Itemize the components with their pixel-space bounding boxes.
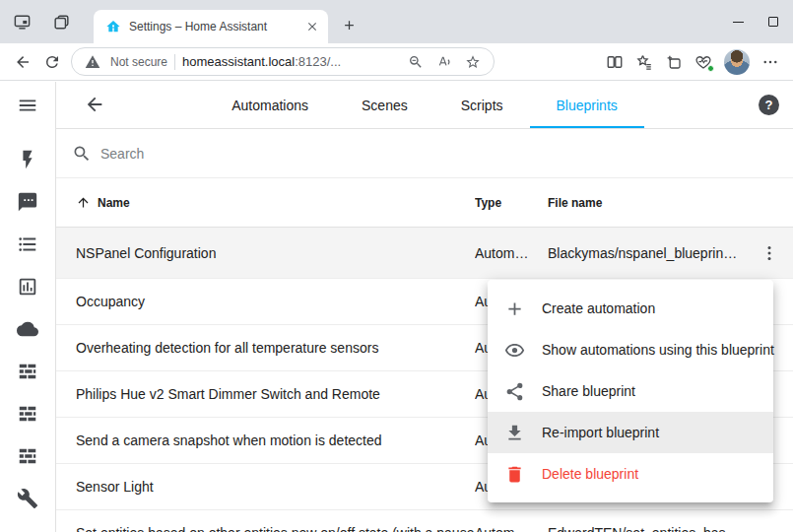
address-bar[interactable]: Not secure homeassistant.local:8123/... [71, 47, 495, 76]
window-controls [720, 0, 791, 43]
bolt-icon[interactable] [16, 148, 39, 171]
ha-tab-bar: Automations Scenes Scripts Blueprints [56, 82, 793, 128]
tab-scripts[interactable]: Scripts [434, 82, 530, 128]
url-text: homeassistant.local:8123/... [182, 54, 398, 69]
browser-toolbar: Not secure homeassistant.local:8123/... [0, 43, 793, 81]
titlebar: Settings – Home Assistant [0, 0, 793, 43]
menu-item-reimport-blueprint[interactable]: Re-import blueprint [488, 412, 773, 453]
column-file[interactable]: File name [548, 196, 746, 210]
list-icon[interactable] [16, 233, 39, 256]
maximize-button[interactable] [756, 0, 791, 43]
home-assistant-favicon [105, 19, 121, 34]
refresh-icon[interactable] [37, 47, 67, 77]
assist-icon[interactable] [16, 190, 39, 214]
eye-icon [503, 339, 525, 361]
brick-icon[interactable] [16, 444, 39, 468]
download-icon [503, 422, 525, 443]
column-type[interactable]: Type [475, 196, 548, 210]
brick-icon[interactable] [16, 360, 39, 383]
share-icon [503, 380, 525, 402]
tab-title: Settings – Home Assistant [129, 20, 297, 33]
plus-icon [503, 298, 525, 319]
status-dot [707, 65, 714, 72]
star-icon[interactable] [462, 51, 484, 73]
warning-icon[interactable] [82, 51, 103, 73]
help-icon[interactable]: ? [759, 95, 779, 115]
more-icon[interactable] [756, 47, 785, 77]
browser-tab[interactable]: Settings – Home Assistant [94, 10, 328, 43]
menu-icon[interactable] [16, 94, 39, 117]
row-menu-icon[interactable] [758, 241, 781, 265]
delete-icon [503, 463, 525, 485]
wrench-icon[interactable] [16, 487, 39, 510]
minimize-button[interactable] [720, 0, 756, 43]
table-row[interactable]: NSPanel Configuration Autom… Blackymas/n… [56, 228, 793, 279]
split-screen-icon[interactable] [600, 47, 629, 77]
tab-scenes[interactable]: Scenes [335, 82, 434, 128]
menu-item-create-automation[interactable]: Create automation [488, 288, 773, 329]
tab-actions-icon[interactable] [47, 8, 75, 35]
read-aloud-icon[interactable] [433, 51, 455, 73]
search-input[interactable] [100, 146, 396, 162]
tab-automations[interactable]: Automations [205, 82, 335, 128]
cloud-icon[interactable] [16, 317, 39, 341]
browser-window: Settings – Home Assistant Not secure h [0, 0, 793, 532]
menu-item-delete-blueprint[interactable]: Delete blueprint [488, 453, 773, 495]
zoom-out-icon[interactable] [405, 51, 427, 73]
workspaces-icon[interactable] [8, 8, 35, 35]
address-divider [174, 54, 175, 70]
search-bar[interactable] [56, 129, 793, 178]
table-header: Name Type File name [56, 178, 793, 228]
ha-sidebar [0, 82, 56, 532]
essentials-icon[interactable] [689, 47, 718, 77]
toolbar-actions [600, 47, 785, 77]
new-tab-icon[interactable] [337, 13, 361, 36]
collections-icon[interactable] [659, 47, 689, 77]
favorites-icon[interactable] [629, 47, 659, 77]
sort-up-icon[interactable] [76, 195, 92, 211]
ha-topbar: Automations Scenes Scripts Blueprints ? [56, 82, 793, 129]
menu-item-share-blueprint[interactable]: Share blueprint [488, 370, 773, 412]
tab-blueprints[interactable]: Blueprints [530, 82, 644, 128]
table-row[interactable]: Set entities based on other entities new… [56, 510, 793, 532]
brick-icon[interactable] [16, 402, 39, 426]
security-label: Not secure [110, 55, 167, 69]
ha-back-icon[interactable] [84, 94, 107, 117]
tab-close-icon[interactable] [304, 19, 320, 34]
blueprint-context-menu: Create automation Show automations using… [488, 280, 773, 502]
history-icon[interactable] [16, 275, 39, 299]
profile-avatar[interactable] [724, 49, 750, 75]
search-icon [72, 144, 92, 164]
menu-item-show-automations[interactable]: Show automations using this blueprint [488, 329, 773, 370]
column-name[interactable]: Name [98, 196, 130, 210]
back-icon[interactable] [8, 47, 37, 77]
